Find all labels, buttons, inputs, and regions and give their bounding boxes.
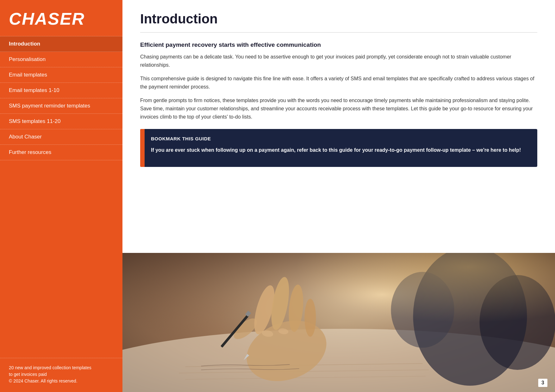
sidebar-item-label: Introduction [9, 41, 40, 47]
sidebar-item-introduction[interactable]: Introduction [0, 36, 122, 52]
section-heading: Efficient payment recovery starts with e… [140, 41, 537, 48]
bookmark-box: BOOKMARK THIS GUIDE If you are ever stuc… [140, 129, 537, 167]
sidebar-item-label: About Chaser [9, 134, 42, 140]
footer-copyright: © 2024 Chaser. All rights reserved. [9, 378, 114, 384]
sidebar-item-personalisation[interactable]: Personalisation [0, 52, 122, 67]
sidebar-item-email-templates-1-10[interactable]: Email templates 1-10 [0, 83, 122, 98]
sidebar-navigation: IntroductionPersonalisationEmail templat… [0, 36, 122, 358]
sidebar: CHASER IntroductionPersonalisationEmail … [0, 0, 122, 392]
bookmark-content: BOOKMARK THIS GUIDE If you are ever stuc… [145, 129, 537, 167]
sidebar-item-about-chaser[interactable]: About Chaser [0, 129, 122, 145]
svg-rect-20 [122, 253, 555, 392]
page-title: Introduction [140, 11, 537, 27]
sidebar-item-label: Email templates 1-10 [9, 87, 59, 93]
bookmark-title: BOOKMARK THIS GUIDE [151, 136, 528, 141]
content-area: Introduction Efficient payment recovery … [122, 0, 555, 244]
sidebar-footer: 20 new and improved collection templates… [0, 358, 122, 392]
body-paragraph-3: From gentle prompts to firm notices, the… [140, 96, 537, 121]
sidebar-item-label: Email templates [9, 72, 47, 78]
sidebar-item-sms-templates-11-20[interactable]: SMS templates 11-20 [0, 114, 122, 129]
sidebar-item-label: Further resources [9, 149, 51, 155]
main-content: Introduction Efficient payment recovery … [122, 0, 555, 392]
page-number: 3 [538, 379, 547, 387]
footer-line2: to get invoices paid [9, 371, 114, 378]
title-divider [140, 32, 537, 33]
sidebar-item-label: SMS payment reminder templates [9, 103, 90, 109]
footer-line1: 20 new and improved collection templates [9, 364, 114, 371]
bookmark-accent [140, 129, 145, 167]
sidebar-item-label: SMS templates 11-20 [9, 118, 60, 124]
body-paragraph-1: Chasing payments can be a delicate task.… [140, 53, 537, 70]
sidebar-item-label: Personalisation [9, 56, 46, 62]
bookmark-body: If you are ever stuck when following up … [151, 146, 528, 154]
sidebar-item-email-templates[interactable]: Email templates [0, 67, 122, 83]
sidebar-logo: CHASER [0, 0, 122, 36]
body-paragraph-2: This comprehensive guide is designed to … [140, 75, 537, 91]
logo-text: CHASER [9, 9, 85, 28]
hero-image: 3 [122, 253, 555, 392]
sidebar-item-further-resources[interactable]: Further resources [0, 145, 122, 160]
sidebar-item-sms-payment-reminder[interactable]: SMS payment reminder templates [0, 98, 122, 114]
